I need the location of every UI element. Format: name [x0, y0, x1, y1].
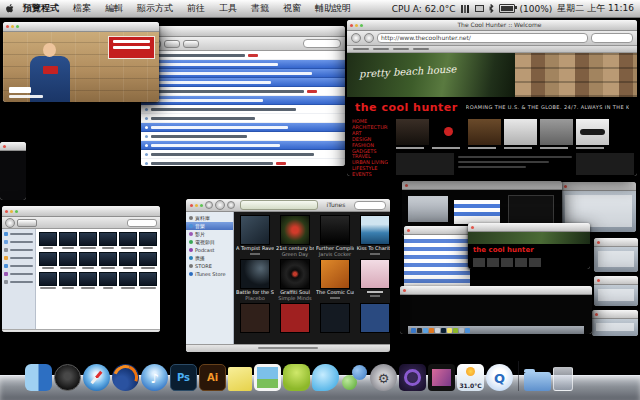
- list-row-2[interactable]: [141, 69, 345, 78]
- album-item-partial-3[interactable]: [356, 303, 390, 333]
- finder-sidebar-item-2[interactable]: [4, 248, 33, 252]
- product-1[interactable]: [432, 119, 465, 149]
- list-row-9[interactable]: [141, 132, 345, 141]
- preview-window-dock-screenshot[interactable]: [400, 286, 592, 334]
- album-item-2[interactable]: Further ComplicationsJarvis Cocker: [316, 215, 354, 257]
- file-item-17[interactable]: [139, 272, 157, 289]
- finder-titlebar[interactable]: [2, 206, 160, 217]
- back-button[interactable]: [351, 33, 361, 43]
- preview-window-list[interactable]: [404, 226, 470, 288]
- minimize-button[interactable]: [355, 24, 358, 27]
- zoom-button[interactable]: [15, 210, 18, 213]
- nav-link-6[interactable]: TRAVEL: [352, 154, 388, 159]
- file-item-15[interactable]: [99, 272, 117, 289]
- nav-link-8[interactable]: LIFESTYLE: [352, 166, 388, 171]
- minimize-button[interactable]: [10, 210, 13, 213]
- small-window-titlebar[interactable]: [592, 310, 638, 319]
- file-item-12[interactable]: [39, 272, 57, 289]
- finder-sidebar-item-5[interactable]: [4, 272, 33, 276]
- album-item-5[interactable]: Graffiti SoulSimple Minds: [276, 259, 314, 301]
- zoom-button[interactable]: [200, 204, 203, 207]
- menu-item-6[interactable]: 書籤: [244, 2, 276, 15]
- preview-titlebar[interactable]: [402, 181, 562, 190]
- play-button[interactable]: [215, 200, 225, 210]
- close-button[interactable]: [403, 289, 406, 292]
- product-2[interactable]: [468, 119, 501, 149]
- file-item-14[interactable]: [79, 272, 97, 289]
- itunes-sidebar-item-4[interactable]: Podcast: [186, 246, 233, 254]
- minimize-button[interactable]: [195, 204, 198, 207]
- finder-sidebar-item-4[interactable]: [4, 264, 33, 268]
- back-button[interactable]: [5, 218, 15, 228]
- preview-titlebar[interactable]: [400, 286, 592, 295]
- preview-titlebar[interactable]: [468, 223, 590, 232]
- previous-button[interactable]: [205, 201, 213, 209]
- dock-photoshop-icon[interactable]: Ps: [170, 364, 197, 391]
- dock-dashboard-icon[interactable]: [54, 364, 81, 391]
- file-item-8[interactable]: [79, 252, 97, 269]
- dock-system-preferences-icon[interactable]: ⚙: [370, 364, 397, 391]
- menu-item-3[interactable]: 顯示方式: [130, 2, 180, 15]
- menu-bar-clock[interactable]: 星期二 上午 11:16: [557, 2, 634, 15]
- menu-item-0[interactable]: 預覽程式: [20, 2, 66, 15]
- itunes-sidebar-item-1[interactable]: 音樂: [186, 222, 233, 230]
- toolbar-button[interactable]: [164, 40, 180, 48]
- close-button[interactable]: [564, 185, 567, 188]
- file-item-5[interactable]: [139, 232, 157, 249]
- itunes-sidebar-item-5[interactable]: 廣播: [186, 254, 233, 262]
- menu-item-8[interactable]: 輔助說明: [308, 2, 358, 15]
- nav-link-0[interactable]: HOME: [352, 119, 388, 124]
- menu-item-5[interactable]: 工具: [212, 2, 244, 15]
- nav-link-1[interactable]: ARCHITECTURE: [352, 125, 388, 130]
- nav-link-2[interactable]: ART: [352, 131, 388, 136]
- album-item-partial-2[interactable]: [316, 303, 354, 333]
- bookmark-item[interactable]: [353, 48, 369, 50]
- itunes-sidebar-item-2[interactable]: 影片: [186, 230, 233, 238]
- file-item-11[interactable]: [139, 252, 157, 269]
- dock-stickies-icon[interactable]: [228, 367, 252, 391]
- small-window-left[interactable]: [0, 142, 26, 200]
- finder-search-field[interactable]: [127, 219, 157, 227]
- dock-iphoto-icon[interactable]: [254, 364, 281, 391]
- nav-link-7[interactable]: URBAN LIVING: [352, 160, 388, 165]
- small-window-titlebar[interactable]: [594, 238, 638, 247]
- site-logo[interactable]: the cool hunter: [355, 101, 458, 114]
- list-row-0[interactable]: [141, 51, 345, 60]
- dock-weather-icon[interactable]: 31.0°C: [457, 364, 484, 391]
- close-button[interactable]: [6, 25, 9, 28]
- apple-menu[interactable]: [6, 3, 20, 14]
- article-image[interactable]: [396, 153, 454, 175]
- menu-item-1[interactable]: 檔案: [66, 2, 98, 15]
- file-item-6[interactable]: [39, 252, 57, 269]
- album-item-0[interactable]: A Tempist Rave Remi…: [236, 215, 274, 257]
- small-window-stack-4[interactable]: [592, 310, 638, 336]
- next-button[interactable]: [227, 201, 235, 209]
- dock-itunes-icon[interactable]: ♪: [141, 364, 168, 391]
- display-icon[interactable]: [475, 5, 484, 12]
- close-button[interactable]: [190, 204, 193, 207]
- message-list-window[interactable]: [141, 26, 345, 166]
- close-button[interactable]: [3, 145, 6, 148]
- file-item-3[interactable]: [99, 232, 117, 249]
- video-window[interactable]: [3, 22, 159, 102]
- search-field[interactable]: [303, 39, 341, 48]
- dock-media-player-icon[interactable]: [428, 364, 455, 391]
- close-button[interactable]: [597, 279, 600, 282]
- nav-link-9[interactable]: EVENTS: [352, 172, 388, 176]
- preview-window-coolhunter[interactable]: the cool hunter: [468, 223, 590, 269]
- list-row-4[interactable]: [141, 87, 345, 96]
- toolbar-button[interactable]: [183, 40, 199, 48]
- finder-sidebar-item-1[interactable]: [4, 240, 33, 244]
- album-item-partial-1[interactable]: [276, 303, 314, 333]
- album-item-1[interactable]: 21st century breakdownGreen Day: [276, 215, 314, 257]
- bluetooth-icon[interactable]: [489, 4, 494, 13]
- dock-downloads-folder-icon[interactable]: [524, 372, 551, 391]
- itunes-sidebar-item-3[interactable]: 電視節目: [186, 238, 233, 246]
- close-button[interactable]: [5, 210, 8, 213]
- file-item-0[interactable]: [39, 232, 57, 249]
- itunes-search-field[interactable]: [354, 201, 386, 210]
- small-window-stack-3[interactable]: [594, 276, 638, 306]
- list-row-12[interactable]: [141, 159, 345, 166]
- list-row-1[interactable]: [141, 60, 345, 69]
- finder-sidebar-item-6[interactable]: [4, 280, 33, 284]
